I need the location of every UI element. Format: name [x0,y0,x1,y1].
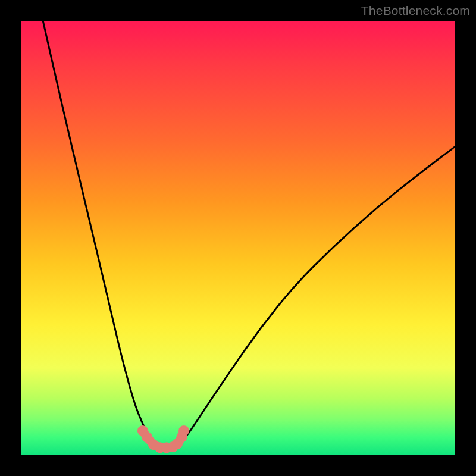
bottleneck-curve [43,21,455,449]
curve-markers [137,425,189,453]
marker-dot [178,425,189,436]
chart-svg [21,21,455,455]
chart-frame: TheBottleneck.com [0,0,476,476]
watermark-text: TheBottleneck.com [361,4,470,18]
plot-area [21,21,455,455]
